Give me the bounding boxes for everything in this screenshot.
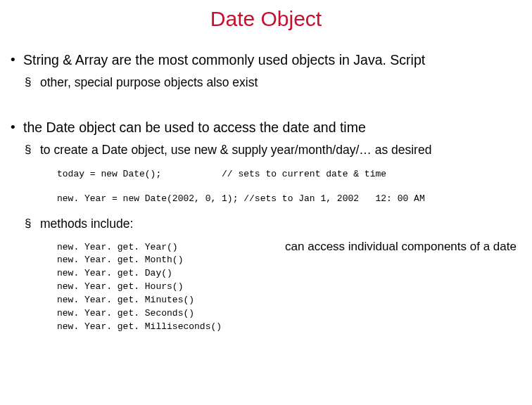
sub-bullet-create-text: to create a Date object, use new & suppl… — [40, 143, 431, 157]
bullet-string-array: String & Array are the most commonly use… — [0, 52, 532, 90]
methods-code-list: new. Year. get. Year() new. Year. get. M… — [57, 241, 222, 334]
sub-bullet-other: other, special purpose objects also exis… — [23, 75, 532, 90]
methods-note-text: can access individual components of a da… — [285, 240, 517, 254]
code-example-newyear: new. Year = new Date(2002, 0, 1); //sets… — [57, 192, 532, 207]
page-title: Date Object — [0, 7, 532, 31]
bullet-1-text: String & Array are the most commonly use… — [23, 52, 425, 68]
sub-bullet-create-date: to create a Date object, use new & suppl… — [23, 143, 532, 207]
sub-bullet-methods-text: methods include: — [40, 217, 133, 231]
code-example-today: today = new Date(); // sets to current d… — [57, 167, 532, 182]
bullet-2-text: the Date object can be used to access th… — [23, 120, 366, 135]
outer-list: String & Array are the most commonly use… — [0, 52, 532, 334]
sub-bullet-methods: methods include: new. Year. get. Year() … — [23, 217, 532, 334]
inner-list-2: to create a Date object, use new & suppl… — [23, 143, 532, 334]
methods-row: new. Year. get. Year() new. Year. get. M… — [57, 241, 532, 334]
inner-list-1: other, special purpose objects also exis… — [23, 75, 532, 90]
bullet-date-object: the Date object can be used to access th… — [0, 120, 532, 334]
